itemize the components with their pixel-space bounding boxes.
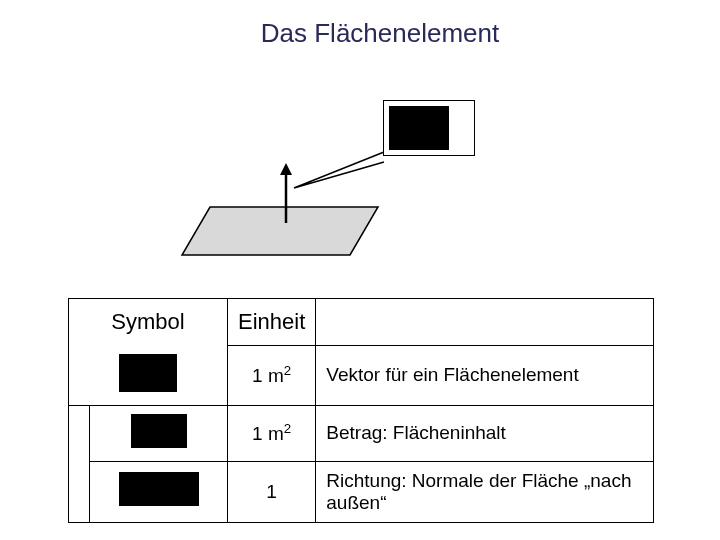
unit-cell-1: 1 m2: [228, 405, 316, 461]
symbol-cell-vector: [69, 346, 228, 406]
symbol-cell-magnitude: [90, 405, 228, 461]
header-symbol: Symbol: [69, 299, 228, 346]
slide-title: Das Flächenelement: [0, 18, 720, 49]
callout-box: [383, 100, 475, 156]
desc-cell-1: Betrag: Flächeninhalt: [316, 405, 654, 461]
unit-cell-0: 1 m2: [228, 346, 316, 406]
desc-cell-0: Vektor für ein Flächenelement: [316, 346, 654, 406]
symbol-dA-vector: [119, 354, 177, 392]
surface-element-diagram: [170, 80, 530, 260]
unit-cell-2: 1: [228, 461, 316, 522]
callout-symbol: [389, 106, 449, 150]
symbol-cell-direction: [90, 461, 228, 522]
indent-spacer-2: [69, 461, 90, 522]
definition-table: Symbol Einheit 1 m2 Vektor für ein Fläch…: [68, 298, 654, 523]
desc-cell-2: Richtung: Normale der Fläche „nach außen…: [316, 461, 654, 522]
header-blank: [316, 299, 654, 346]
symbol-dA-direction: [119, 472, 199, 506]
symbol-dA-magnitude: [131, 414, 187, 448]
header-unit: Einheit: [228, 299, 316, 346]
indent-spacer: [69, 405, 90, 461]
